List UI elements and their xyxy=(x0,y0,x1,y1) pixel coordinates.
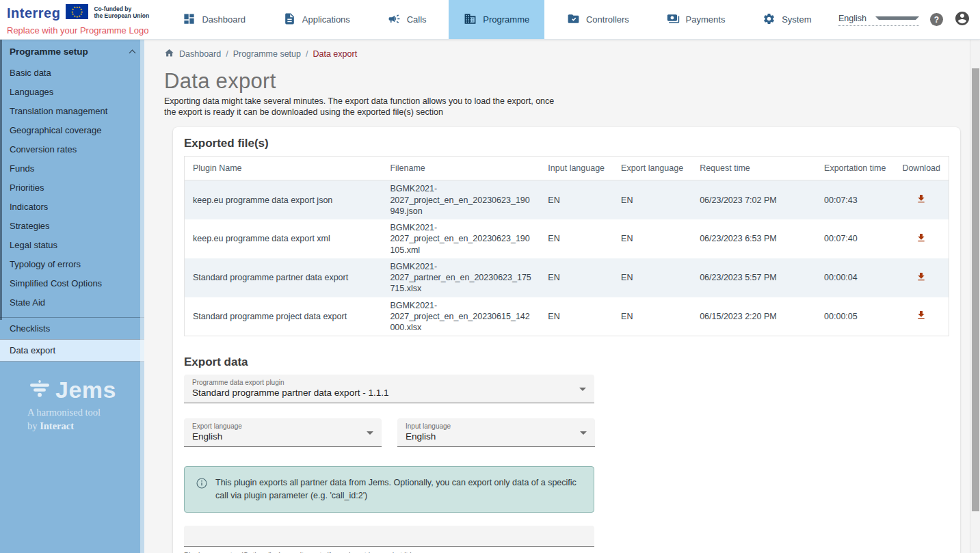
breadcrumb-current: Data export xyxy=(313,49,357,59)
home-icon[interactable] xyxy=(164,48,174,60)
nav-item-dashboard[interactable]: Dashboard xyxy=(168,0,261,39)
svg-text:★: ★ xyxy=(76,15,79,18)
download-icon[interactable] xyxy=(914,192,928,208)
download-icon[interactable] xyxy=(914,231,928,247)
column-export-language: Export language xyxy=(613,157,691,180)
export-data-title: Export data xyxy=(184,355,949,369)
svg-text:★: ★ xyxy=(74,5,77,9)
column-download: Download xyxy=(894,157,949,180)
system-icon xyxy=(763,12,776,27)
breadcrumb: Dashboard / Programme setup / Data expor… xyxy=(164,48,970,60)
chevron-up-icon xyxy=(129,49,136,56)
interreg-logo: Interreg xyxy=(7,5,60,21)
main-nav: Dashboard Applications Calls Programme C… xyxy=(159,0,836,39)
exported-files-table: Plugin Name Filename Input language Expo… xyxy=(184,156,949,336)
calls-icon xyxy=(388,12,401,27)
sidebar: Programme setup Basic data Languages Tra… xyxy=(0,40,144,553)
column-plugin-name: Plugin Name xyxy=(185,157,382,180)
controllers-icon xyxy=(567,12,580,27)
column-filename: Filename xyxy=(382,157,540,180)
sidebar-item-state-aid[interactable]: State Aid xyxy=(0,293,144,312)
sidebar-scrollbar[interactable] xyxy=(0,40,2,320)
download-icon[interactable] xyxy=(914,308,928,324)
page-scrollbar-track[interactable] xyxy=(970,40,980,553)
top-bar: Interreg ★★★★★★★★★★★★ Co-funded by the E… xyxy=(0,0,980,40)
chevron-down-icon xyxy=(579,388,586,391)
account-icon[interactable] xyxy=(954,10,970,29)
applications-icon xyxy=(283,12,296,27)
page-scrollbar-thumb[interactable] xyxy=(972,68,979,511)
jems-tagline: A harmonised tool by Interact xyxy=(0,406,144,433)
top-right-controls: English ? xyxy=(836,0,980,39)
column-input-language: Input language xyxy=(540,157,613,180)
programme-logo: Interreg ★★★★★★★★★★★★ Co-funded by the E… xyxy=(0,0,159,39)
language-selector[interactable]: English xyxy=(838,14,919,26)
sidebar-item-legal-status[interactable]: Legal status xyxy=(0,235,144,254)
payments-icon xyxy=(667,12,680,27)
sidebar-item-priorities[interactable]: Priorities xyxy=(0,178,144,197)
programme-icon xyxy=(464,12,477,27)
main-content: Dashboard / Programme setup / Data expor… xyxy=(144,40,970,553)
sidebar-item-indicators[interactable]: Indicators xyxy=(0,197,144,216)
sidebar-item-geographical-coverage[interactable]: Geographical coverage xyxy=(0,120,144,139)
export-language-select[interactable]: Export language English xyxy=(184,418,382,447)
table-row: Standard programme project data export B… xyxy=(185,297,949,336)
plugin-info-text: This plugin exports all partner data fro… xyxy=(215,476,583,502)
chevron-down-icon xyxy=(875,16,919,20)
help-icon[interactable]: ? xyxy=(930,13,943,26)
exported-files-title: Exported file(s) xyxy=(184,137,949,150)
sidebar-item-data-export[interactable]: Data export xyxy=(0,339,144,362)
nav-item-controllers[interactable]: Controllers xyxy=(552,0,644,39)
table-row: keep.eu programme data export xml BGMK20… xyxy=(185,219,949,258)
table-row: Standard programme partner data export B… xyxy=(185,258,949,297)
svg-text:★: ★ xyxy=(79,14,81,18)
plugin-parameter-input[interactable] xyxy=(184,526,594,547)
nav-item-calls[interactable]: Calls xyxy=(373,0,442,39)
plugin-info-box: This plugin exports all partner data fro… xyxy=(184,466,594,513)
input-language-select[interactable]: Input language English xyxy=(397,418,595,447)
jems-logo-icon xyxy=(28,380,51,401)
table-header-row: Plugin Name Filename Input language Expo… xyxy=(185,157,949,180)
nav-item-applications[interactable]: Applications xyxy=(268,0,365,39)
info-icon xyxy=(196,477,208,489)
eu-flag-icon: ★★★★★★★★★★★★ xyxy=(66,4,88,22)
dashboard-icon xyxy=(183,12,196,27)
breadcrumb-dashboard[interactable]: Dashboard xyxy=(179,49,221,59)
download-icon[interactable] xyxy=(914,270,928,286)
sidebar-item-simplified-cost-options[interactable]: Simplified Cost Options xyxy=(0,273,144,293)
breadcrumb-programme-setup[interactable]: Programme setup xyxy=(233,49,301,59)
nav-item-system[interactable]: System xyxy=(747,0,826,39)
sidebar-item-typology-of-errors[interactable]: Typology of errors xyxy=(0,254,144,273)
chevron-down-icon xyxy=(580,431,587,435)
column-exportation-time: Exportation time xyxy=(816,157,894,180)
page-title: Data export xyxy=(164,69,970,94)
jems-logo: Jems A harmonised tool by Interact xyxy=(0,377,144,433)
sidebar-item-funds[interactable]: Funds xyxy=(0,159,144,178)
sidebar-item-basic-data[interactable]: Basic data xyxy=(0,63,144,82)
sidebar-section-programme-setup[interactable]: Programme setup xyxy=(0,40,144,63)
nav-item-programme[interactable]: Programme xyxy=(449,0,544,39)
eu-cofunded-label: Co-funded by the European Union xyxy=(94,6,149,20)
sidebar-item-checklists[interactable]: Checklists xyxy=(0,317,144,339)
sidebar-item-conversion-rates[interactable]: Conversion rates xyxy=(0,139,144,159)
page-description: Exporting data might take several minute… xyxy=(164,96,559,118)
logo-placeholder-text: Replace with your Programme Logo xyxy=(7,25,159,36)
content-card: Exported file(s) Plugin Name Filename In… xyxy=(173,127,960,553)
sidebar-item-translation-management[interactable]: Translation management xyxy=(0,101,144,120)
sidebar-item-languages[interactable]: Languages xyxy=(0,82,144,101)
column-request-time: Request time xyxy=(691,157,816,180)
nav-item-payments[interactable]: Payments xyxy=(652,0,741,39)
chevron-down-icon xyxy=(367,431,373,435)
plugin-select[interactable]: Programme data export plugin Standard pr… xyxy=(184,375,594,403)
sidebar-item-strategies[interactable]: Strategies xyxy=(0,216,144,235)
table-row: keep.eu programme data export json BGMK2… xyxy=(185,180,949,219)
